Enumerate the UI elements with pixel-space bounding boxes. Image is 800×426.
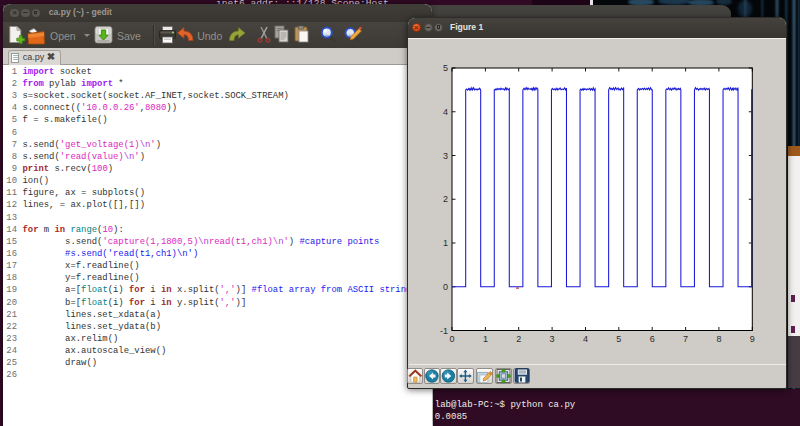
svg-text:5: 5 [443, 63, 448, 73]
svg-text:8: 8 [716, 334, 721, 344]
svg-text:6: 6 [650, 334, 655, 344]
svg-text:0: 0 [443, 282, 448, 292]
svg-text:1: 1 [483, 334, 488, 344]
svg-text:-1: -1 [440, 326, 448, 336]
svg-text:3: 3 [443, 151, 448, 161]
svg-text:9: 9 [750, 334, 755, 344]
svg-text:0: 0 [449, 334, 454, 344]
svg-text:4: 4 [583, 334, 588, 344]
svg-text:1: 1 [443, 238, 448, 248]
svg-text:3: 3 [550, 334, 555, 344]
svg-text:7: 7 [683, 334, 688, 344]
svg-text:2: 2 [516, 334, 521, 344]
svg-text:5: 5 [616, 334, 621, 344]
svg-text:2: 2 [443, 194, 448, 204]
svg-text:4: 4 [443, 107, 448, 117]
